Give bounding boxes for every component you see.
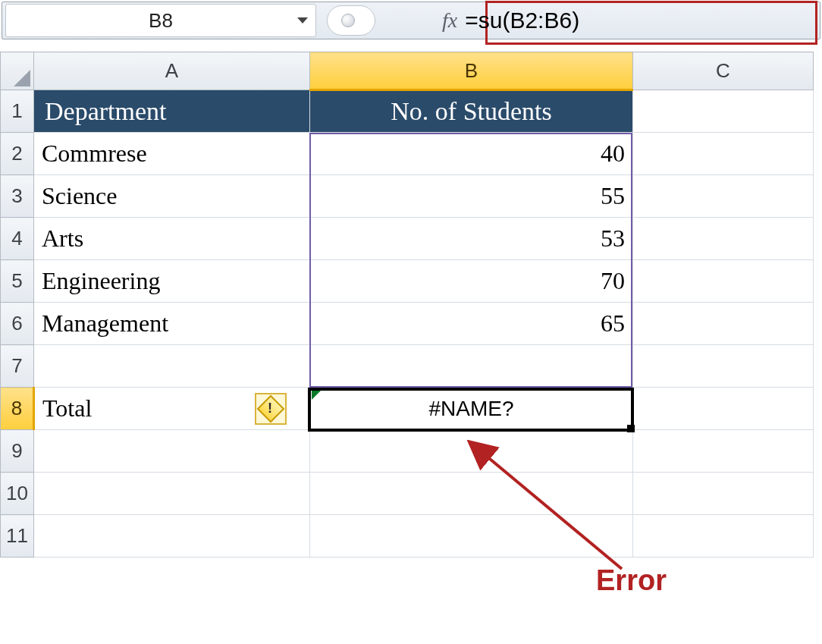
name-box-value: B8 xyxy=(149,9,173,33)
cell-B10[interactable] xyxy=(310,473,633,515)
cell-C7[interactable] xyxy=(633,345,814,388)
formula-bar: B8 fx =su(B2:B6) xyxy=(2,2,820,39)
grid-table: A B C 1 Department No. of Students 2 Com… xyxy=(0,52,814,558)
cell-B8-value: #NAME? xyxy=(318,397,625,421)
cell-B6[interactable]: 65 xyxy=(310,303,633,345)
cell-B11[interactable] xyxy=(310,515,633,558)
cell-C11[interactable] xyxy=(633,515,814,558)
cell-B5[interactable]: 70 xyxy=(310,260,633,303)
cell-B9[interactable] xyxy=(310,430,633,473)
row-header-5[interactable]: 5 xyxy=(1,260,34,303)
cell-C10[interactable] xyxy=(633,473,814,515)
row-header-3[interactable]: 3 xyxy=(1,175,34,218)
cell-B4[interactable]: 53 xyxy=(310,218,633,260)
cell-C8[interactable] xyxy=(633,388,814,430)
cell-A7[interactable] xyxy=(34,345,310,388)
spreadsheet-grid: A B C 1 Department No. of Students 2 Com… xyxy=(0,52,822,558)
cell-B1[interactable]: No. of Students xyxy=(310,90,633,133)
error-smarttag-icon[interactable] xyxy=(255,393,287,425)
cell-A4[interactable]: Arts xyxy=(34,218,310,260)
fx-icon[interactable]: fx xyxy=(442,8,457,33)
cell-A6[interactable]: Management xyxy=(34,303,310,345)
select-all-corner[interactable] xyxy=(1,52,34,90)
cell-A2[interactable]: Commrese xyxy=(34,133,310,175)
cell-B8[interactable]: #NAME? xyxy=(310,388,633,430)
cell-A1[interactable]: Department xyxy=(34,90,310,133)
cell-A10[interactable] xyxy=(34,473,310,515)
error-triangle-icon xyxy=(312,389,322,400)
cell-C4[interactable] xyxy=(633,218,814,260)
cell-C1[interactable] xyxy=(633,90,814,133)
annotation-label: Error xyxy=(596,564,667,597)
cell-A11[interactable] xyxy=(34,515,310,558)
cell-C5[interactable] xyxy=(633,260,814,303)
cell-C2[interactable] xyxy=(633,133,814,175)
cell-C3[interactable] xyxy=(633,175,814,218)
cell-A9[interactable] xyxy=(34,430,310,473)
row-header-11[interactable]: 11 xyxy=(1,515,34,558)
col-header-C[interactable]: C xyxy=(633,52,814,90)
cell-A5[interactable]: Engineering xyxy=(34,260,310,303)
cell-C9[interactable] xyxy=(633,430,814,473)
cell-B2[interactable]: 40 xyxy=(310,133,633,175)
row-header-1[interactable]: 1 xyxy=(1,90,34,133)
warning-diamond-icon xyxy=(257,395,285,423)
column-header-row: A B C xyxy=(1,52,814,90)
row-header-2[interactable]: 2 xyxy=(1,133,34,175)
formula-text: =su(B2:B6) xyxy=(465,8,579,33)
cell-A3[interactable]: Science xyxy=(34,175,310,218)
chevron-down-icon[interactable] xyxy=(297,17,308,24)
row-header-8[interactable]: 8 xyxy=(1,388,34,430)
row-header-4[interactable]: 4 xyxy=(1,218,34,260)
row-header-10[interactable]: 10 xyxy=(1,473,34,515)
name-box[interactable]: B8 xyxy=(5,4,316,37)
insert-function-icon[interactable] xyxy=(341,14,355,27)
col-header-B[interactable]: B xyxy=(310,52,633,90)
row-header-9[interactable]: 9 xyxy=(1,430,34,473)
row-header-6[interactable]: 6 xyxy=(1,303,34,345)
formula-input[interactable]: =su(B2:B6) xyxy=(457,4,820,37)
cell-C6[interactable] xyxy=(633,303,814,345)
row-header-7[interactable]: 7 xyxy=(1,345,34,388)
cell-B7[interactable] xyxy=(310,345,633,388)
formula-bar-buttons xyxy=(327,5,375,36)
col-header-A[interactable]: A xyxy=(34,52,310,90)
cell-B3[interactable]: 55 xyxy=(310,175,633,218)
